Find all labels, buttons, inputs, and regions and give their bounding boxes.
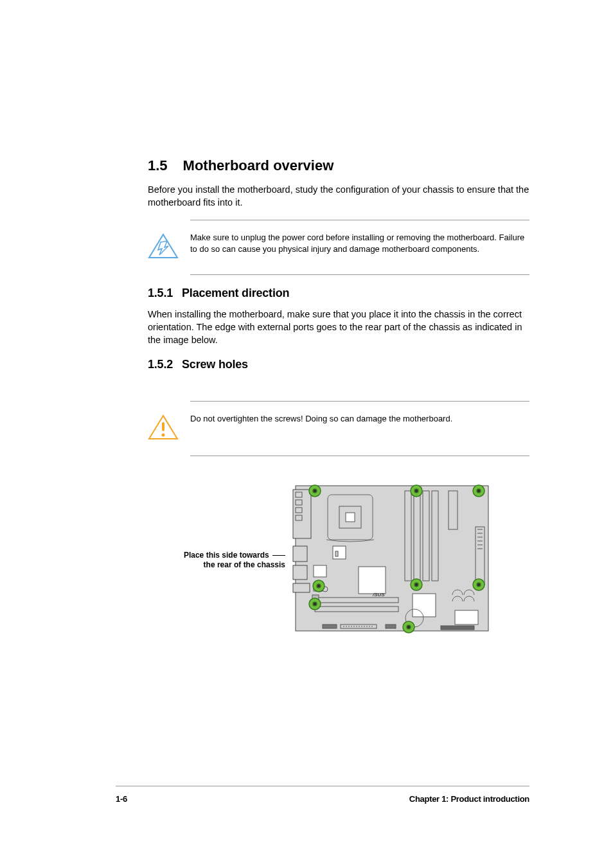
svg-rect-28 <box>333 546 346 559</box>
brand-text: /SUS <box>372 592 385 598</box>
subsection-1-number: 1.5.1 <box>148 287 173 299</box>
motherboard-figure: Place this side towards the rear of the … <box>148 482 529 639</box>
section-title: 1.5Motherboard overview <box>148 157 529 174</box>
svg-rect-2 <box>162 422 164 431</box>
svg-rect-39 <box>386 624 396 628</box>
rule <box>190 401 529 402</box>
svg-rect-12 <box>293 583 310 592</box>
section-intro: Before you install the motherboard, stud… <box>148 183 529 209</box>
svg-point-61 <box>407 625 411 629</box>
svg-point-53 <box>317 584 321 588</box>
svg-point-59 <box>313 602 317 606</box>
svg-rect-36 <box>323 624 337 628</box>
svg-point-55 <box>414 583 418 587</box>
subsection-1-heading: 1.5.1Placement direction <box>148 287 529 300</box>
label-leader-line <box>272 555 285 556</box>
caution-callout: Do not overtighten the screws! Doing so … <box>148 412 529 443</box>
subsection-1-title: Placement direction <box>182 287 289 299</box>
caution-text: Do not overtighten the screws! Doing so … <box>190 412 452 425</box>
subsection-2-title: Screw holes <box>182 358 248 371</box>
motherboard-label-line2: the rear of the chassis <box>204 560 285 569</box>
warning-icon <box>148 231 179 261</box>
page-footer: 1-6 Chapter 1: Product introduction <box>116 786 529 804</box>
motherboard-diagram: /SUS <box>289 482 529 639</box>
svg-rect-15 <box>346 513 355 522</box>
svg-point-47 <box>313 489 317 493</box>
section-title-text: Motherboard overview <box>183 157 334 173</box>
svg-rect-34 <box>455 610 478 624</box>
rule <box>190 456 529 456</box>
svg-rect-30 <box>359 567 386 594</box>
warning-text-1: Make sure to unplug the power cord befor… <box>190 231 529 255</box>
subsection-2-heading: 1.5.2Screw holes <box>148 358 529 371</box>
caution-icon <box>148 412 179 443</box>
svg-point-57 <box>477 583 481 587</box>
svg-point-51 <box>477 489 481 493</box>
svg-rect-33 <box>413 594 436 617</box>
page-root: 1.5Motherboard overview Before you insta… <box>0 0 613 868</box>
motherboard-label-line1: Place this side towards <box>184 551 269 560</box>
svg-rect-41 <box>314 565 326 577</box>
svg-point-3 <box>162 434 165 437</box>
svg-marker-0 <box>149 235 177 258</box>
section-number: 1.5 <box>148 157 168 173</box>
svg-point-49 <box>414 489 418 493</box>
footer-page-number: 1-6 <box>116 794 127 804</box>
svg-rect-40 <box>441 626 474 630</box>
footer-chapter: Chapter 1: Product introduction <box>409 794 529 804</box>
motherboard-label: Place this side towards the rear of the … <box>148 551 285 571</box>
subsection-2-number: 1.5.2 <box>148 358 173 371</box>
svg-rect-11 <box>293 565 307 580</box>
warning-callout-1: Make sure to unplug the power cord befor… <box>148 231 529 261</box>
rule <box>190 220 529 220</box>
svg-rect-4 <box>296 486 488 631</box>
svg-rect-10 <box>293 546 307 562</box>
rule <box>190 274 529 275</box>
svg-rect-29 <box>335 551 338 556</box>
subsection-1-text: When installing the motherboard, make su… <box>148 308 529 347</box>
